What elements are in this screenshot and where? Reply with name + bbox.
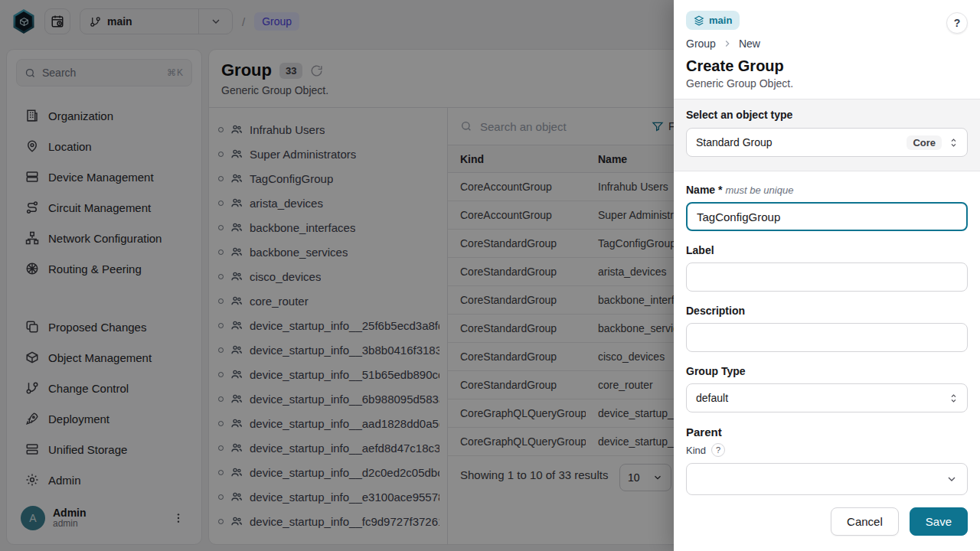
chevron-right-icon	[722, 38, 733, 49]
label-input[interactable]	[686, 262, 968, 292]
layers-icon	[694, 15, 704, 26]
object-type-section: Select an object type Standard Group Cor…	[674, 99, 980, 171]
description-field-label: Description	[686, 305, 968, 317]
help-button[interactable]: ?	[946, 12, 968, 34]
object-type-value: Standard Group	[696, 136, 900, 148]
label-field-label: Label	[686, 244, 968, 256]
drawer-breadcrumb-group[interactable]: Group	[686, 37, 716, 50]
group-type-value: default	[696, 392, 942, 404]
chevrons-up-down-icon	[948, 137, 959, 148]
create-group-form: Name *must be unique Label Description G…	[674, 171, 980, 497]
group-type-field-label: Group Type	[686, 365, 968, 377]
name-field-hint: must be unique	[725, 184, 793, 196]
kind-help-icon[interactable]: ?	[711, 443, 725, 457]
branch-badge: main	[686, 11, 740, 30]
save-button[interactable]: Save	[910, 507, 968, 536]
chevrons-up-down-icon	[948, 393, 959, 404]
drawer-header: main ? Group New Create Group Generic Gr…	[674, 0, 980, 99]
name-field-label: Name *must be unique	[686, 184, 968, 196]
description-input[interactable]	[686, 323, 968, 352]
drawer-title: Create Group	[686, 57, 968, 75]
group-type-select[interactable]: default	[686, 383, 968, 412]
parent-kind-select[interactable]	[686, 463, 968, 495]
name-input[interactable]	[686, 202, 968, 231]
drawer-subtitle: Generic Group Object.	[686, 77, 968, 90]
drawer-breadcrumb: Group New	[686, 37, 968, 50]
create-group-drawer: main ? Group New Create Group Generic Gr…	[674, 0, 980, 551]
object-type-select[interactable]: Standard Group Core	[686, 128, 968, 157]
branch-badge-label: main	[709, 15, 732, 26]
parent-section-label: Parent	[686, 425, 968, 439]
kind-field-label: Kind	[686, 445, 706, 456]
object-type-badge: Core	[906, 135, 942, 150]
chevron-down-icon	[946, 473, 958, 485]
drawer-breadcrumb-new: New	[739, 37, 760, 50]
object-type-label: Select an object type	[686, 109, 968, 121]
drawer-footer: Cancel Save	[674, 497, 980, 551]
cancel-button[interactable]: Cancel	[831, 507, 899, 536]
